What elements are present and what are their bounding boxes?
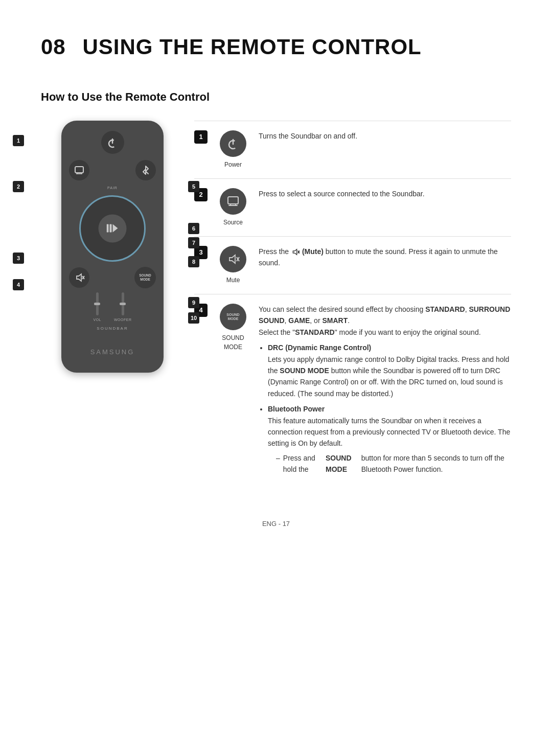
remote-label-9: 9	[188, 297, 199, 308]
samsung-label: SAMSUNG	[69, 347, 156, 357]
woofer-label: WOOFER	[114, 317, 132, 323]
mute-icon	[74, 272, 85, 283]
footer-page-number: ENG - 17	[41, 519, 511, 529]
desc-mute-icon	[226, 253, 240, 265]
remote-body: PAIR	[61, 121, 164, 373]
page-title: 08 USING THE REMOTE CONTROL	[41, 31, 511, 63]
desc-soundmode-button: SOUNDMODE	[220, 304, 246, 330]
desc-mute-button	[220, 246, 246, 272]
sliders-row: VOL WOOFER	[69, 292, 156, 323]
remote-label-6: 6	[188, 223, 199, 234]
desc-row-mute: 3 Mute Press the (Mute) button to mute t…	[194, 236, 511, 294]
remote-label-2: 2	[13, 181, 24, 192]
vol-label: VOL	[93, 317, 101, 323]
sound-mode-button[interactable]: SOUNDMODE	[134, 267, 156, 288]
play-pause-icon	[106, 223, 119, 234]
bluetooth-icon	[142, 165, 150, 175]
bullet-bluetooth-power: Bluetooth Power This feature automatical…	[268, 403, 511, 475]
bullet-drc: DRC (Dynamic Range Control) Lets you app…	[268, 342, 511, 399]
desc-num-1: 1	[194, 130, 208, 144]
remote-label-5: 5	[188, 181, 199, 192]
svg-rect-2	[75, 167, 83, 173]
desc-text-mute: Press the (Mute) button to mute the soun…	[259, 246, 511, 269]
bluetooth-button[interactable]	[135, 160, 156, 180]
mute-soundmode-row: SOUNDMODE	[69, 267, 156, 288]
badge-3: 3	[13, 253, 24, 264]
desc-icon-power: Power	[215, 130, 251, 169]
badge-1: 1	[13, 135, 24, 146]
content-area: 1 2 3 4 5 6 7 8 9 10	[41, 121, 511, 488]
desc-text-source: Press to select a source connected to th…	[259, 188, 511, 199]
button-descriptions: 1 Power Turns the Soundbar on and off. 2	[194, 121, 511, 488]
power-button-area	[69, 131, 156, 154]
desc-source-button	[220, 188, 246, 215]
desc-text-power: Turns the Soundbar on and off.	[259, 130, 511, 142]
source-bt-row	[69, 160, 156, 180]
remote-label-3: 3	[13, 253, 24, 264]
power-icon	[107, 137, 118, 148]
desc-icon-soundmode: SOUNDMODE SOUND MODE	[215, 304, 251, 352]
soundbar-label: SOUNDBAR	[69, 326, 156, 332]
remote-control-diagram: 1 2 3 4 5 6 7 8 9 10	[41, 121, 184, 373]
badge-9: 9	[188, 297, 199, 308]
desc-power-icon	[226, 137, 240, 150]
pair-label: PAIR	[69, 186, 156, 191]
woofer-slider-track	[122, 292, 124, 315]
svg-marker-5	[112, 224, 118, 233]
desc-row-soundmode: 4 SOUNDMODE SOUND MODE You can select th…	[194, 294, 511, 488]
desc-source-label: Source	[223, 218, 243, 227]
desc-icon-source: Source	[215, 188, 251, 227]
desc-row-source: 2 Source Press to select a source connec…	[194, 178, 511, 236]
inline-mute-icon	[291, 248, 300, 256]
badge-6: 6	[188, 223, 199, 234]
badge-7: 7	[188, 237, 199, 248]
remote-label-1: 1	[13, 135, 24, 146]
desc-power-button	[220, 130, 246, 157]
desc-text-soundmode: You can select the desired sound effect …	[259, 304, 511, 479]
vol-slider-thumb	[94, 303, 100, 305]
power-button[interactable]	[101, 131, 124, 154]
badge-2: 2	[13, 181, 24, 192]
desc-source-icon	[226, 196, 240, 207]
desc-icon-mute: Mute	[215, 246, 251, 285]
svg-rect-10	[228, 197, 238, 204]
source-button[interactable]	[69, 160, 89, 180]
source-icon	[74, 166, 84, 175]
section-title: How to Use the Remote Control	[41, 88, 511, 105]
desc-row-power: 1 Power Turns the Soundbar on and off.	[194, 121, 511, 178]
desc-power-label: Power	[224, 160, 242, 169]
svg-rect-4	[109, 224, 111, 233]
svg-rect-3	[106, 224, 108, 233]
remote-label-7: 7	[188, 237, 199, 248]
desc-soundmode-label: SOUND MODE	[215, 333, 251, 352]
play-pause-button[interactable]	[99, 214, 127, 242]
woofer-slider-thumb	[120, 303, 126, 305]
desc-mute-label: Mute	[226, 276, 240, 285]
sub-item-soundmode-hold: Press and hold the SOUND MODE button for…	[276, 452, 511, 475]
woofer-slider-col: WOOFER	[114, 292, 132, 323]
badge-4: 4	[13, 279, 24, 290]
remote-label-8: 8	[188, 256, 199, 267]
vol-slider-track	[96, 292, 99, 315]
mute-button[interactable]	[69, 267, 89, 288]
remote-label-4: 4	[13, 279, 24, 290]
dpad	[79, 195, 146, 262]
vol-slider-col: VOL	[93, 292, 101, 323]
remote-label-10: 10	[188, 312, 199, 324]
badge-8: 8	[188, 256, 199, 267]
badge-10: 10	[188, 312, 199, 324]
badge-5: 5	[188, 181, 199, 192]
